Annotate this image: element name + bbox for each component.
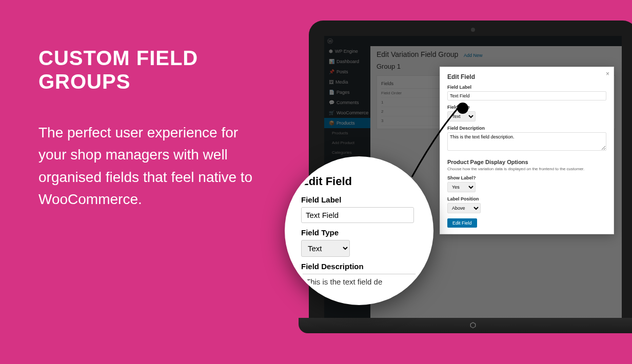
marketing-body: The perfect user experience for your sho…	[38, 122, 254, 211]
show-label-label: Show Label?	[447, 175, 606, 180]
mag-field-label-label: Field Label	[301, 195, 417, 204]
mag-field-type-label: Field Type	[301, 228, 417, 237]
laptop-base	[299, 318, 632, 333]
close-icon[interactable]: ×	[606, 70, 609, 77]
field-desc-textarea[interactable]: This is the text field description.	[447, 132, 606, 151]
mag-field-desc-value: This is the text field de	[301, 274, 424, 289]
label-position-label: Label Position	[447, 196, 606, 201]
magnifier-lens: Edit Field Field Label Field Type Text F…	[285, 156, 433, 305]
mag-field-desc-label: Field Description	[301, 262, 417, 271]
marketing-heading: CUSTOM FIELD GROUPS	[38, 46, 254, 93]
edit-field-modal: × Edit Field Field Label Field Type Text…	[440, 67, 614, 234]
magnifier-anchor-dot	[457, 103, 468, 114]
laptop-logo-icon	[469, 321, 477, 330]
edit-field-button[interactable]: Edit Field	[447, 218, 477, 228]
mag-field-type-select[interactable]: Text	[301, 240, 350, 257]
field-label-label: Field Label	[447, 85, 606, 90]
label-position-select[interactable]: Above	[447, 203, 481, 213]
display-options-heading: Product Page Display Options	[447, 159, 606, 165]
field-label-input[interactable]	[447, 91, 606, 100]
show-label-select[interactable]: Yes	[447, 182, 476, 192]
mag-title: Edit Field	[301, 175, 417, 188]
field-type-label: Field Type	[447, 105, 606, 110]
mag-field-label-input[interactable]	[301, 207, 414, 223]
marketing-panel: CUSTOM FIELD GROUPS The perfect user exp…	[38, 46, 254, 211]
display-options-desc: Choose how the variation data is display…	[447, 167, 606, 171]
modal-title: Edit Field	[447, 73, 606, 80]
field-desc-label: Field Description	[447, 126, 606, 131]
laptop-camera	[471, 28, 475, 32]
